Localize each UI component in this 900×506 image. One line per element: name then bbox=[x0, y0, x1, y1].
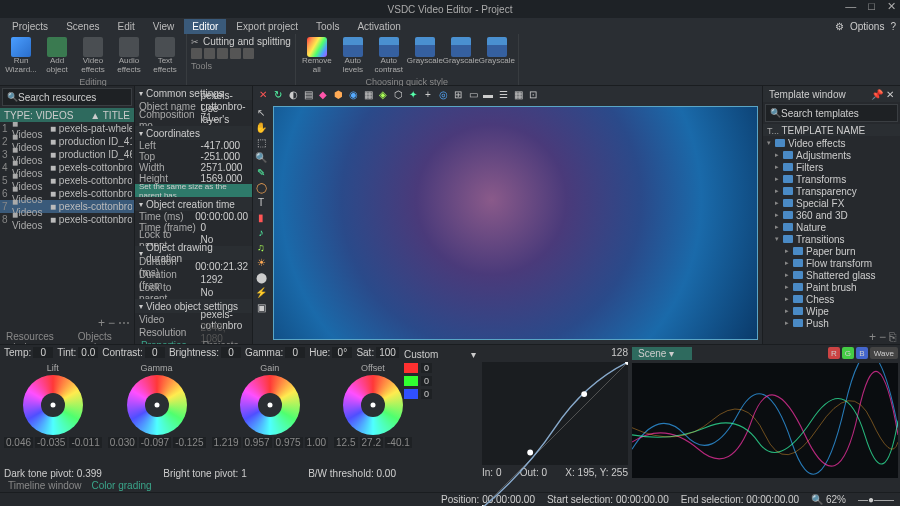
tool-icon[interactable]: ⊡ bbox=[527, 88, 539, 100]
tool-icon[interactable]: ▮ bbox=[255, 211, 267, 223]
tool-icon[interactable]: ◉ bbox=[347, 88, 359, 100]
crop-icon[interactable]: ⬚ bbox=[255, 136, 267, 148]
template-item[interactable]: ▾Video effects bbox=[763, 137, 900, 149]
scope-g-button[interactable]: G bbox=[842, 347, 854, 359]
zoom-level[interactable]: 🔍 62% bbox=[811, 494, 846, 505]
template-item[interactable]: ▸Flow transform bbox=[763, 257, 900, 269]
tool-icon[interactable]: + bbox=[422, 88, 434, 100]
template-item[interactable]: ▸Transforms bbox=[763, 173, 900, 185]
tool-icon[interactable]: ↻ bbox=[272, 88, 284, 100]
auto-contrast-button[interactable]: Auto contrast bbox=[372, 36, 406, 76]
template-item[interactable]: ▸360 and 3D bbox=[763, 209, 900, 221]
options-link[interactable]: Options bbox=[850, 21, 884, 32]
text-effects-button[interactable]: Text effects bbox=[148, 36, 182, 76]
close-icon[interactable]: ✕ bbox=[887, 0, 896, 13]
cursor-icon[interactable]: ↖ bbox=[255, 106, 267, 118]
template-item[interactable]: ▸Push bbox=[763, 317, 900, 329]
tool-icon[interactable]: ♫ bbox=[255, 241, 267, 253]
gear-icon[interactable]: ⚙ bbox=[835, 21, 844, 32]
menu-scenes[interactable]: Scenes bbox=[58, 19, 107, 34]
grayscale-button[interactable]: Grayscale bbox=[408, 36, 442, 76]
props-coords-header[interactable]: ▾Coordinates bbox=[135, 126, 252, 140]
color-wheel-gamma[interactable]: Gamma0.030-0.097-0.125 bbox=[108, 363, 206, 464]
tool-icon[interactable]: ◆ bbox=[317, 88, 329, 100]
tool-icon[interactable]: ☀ bbox=[255, 256, 267, 268]
menu-activation[interactable]: Activation bbox=[349, 19, 408, 34]
curve-editor[interactable] bbox=[482, 362, 628, 465]
template-item[interactable]: ▸Nature bbox=[763, 221, 900, 233]
template-item[interactable]: ▸Filters bbox=[763, 161, 900, 173]
video-effects-button[interactable]: Video effects bbox=[76, 36, 110, 76]
menu-editor[interactable]: Editor bbox=[184, 19, 226, 34]
video-row[interactable]: 8■ Videos■ pexels-cottonbro-718071... bbox=[0, 213, 134, 226]
cutting-splitting-button[interactable]: ✂ Cutting and splitting bbox=[191, 36, 291, 47]
tool-icon[interactable]: T bbox=[255, 196, 267, 208]
tool-icon[interactable] bbox=[191, 48, 202, 59]
tab-objects-explorer[interactable]: Objects explorer bbox=[72, 330, 134, 344]
search-resources-input[interactable]: 🔍 Search resources bbox=[2, 88, 132, 106]
zoom-icon[interactable]: 🔍 bbox=[255, 151, 267, 163]
wave-button[interactable]: Wave bbox=[870, 347, 898, 359]
tab-color-grading[interactable]: Color grading bbox=[88, 480, 156, 492]
tool-icon[interactable] bbox=[243, 48, 254, 59]
color-wheel-lift[interactable]: Lift0.046-0.035-0.011 bbox=[4, 363, 102, 464]
blue-swatch[interactable] bbox=[404, 389, 418, 399]
auto-levels-button[interactable]: Auto levels bbox=[336, 36, 370, 76]
remove-all-button[interactable]: Remove all bbox=[300, 36, 334, 76]
more-icon[interactable]: ⋯ bbox=[118, 316, 130, 330]
zoom-slider[interactable]: —●—— bbox=[858, 494, 894, 505]
menu-export[interactable]: Export project bbox=[228, 19, 306, 34]
tool-icon[interactable]: ◐ bbox=[287, 88, 299, 100]
tool-icon[interactable]: ⬡ bbox=[392, 88, 404, 100]
grayscale-button-2[interactable]: Grayscale bbox=[444, 36, 478, 76]
copy-icon[interactable]: ⎘ bbox=[889, 330, 896, 344]
eyedrop-icon[interactable]: ✎ bbox=[255, 166, 267, 178]
tool-icon[interactable]: ▤ bbox=[302, 88, 314, 100]
menu-edit[interactable]: Edit bbox=[109, 19, 142, 34]
tool-icon[interactable]: ⚡ bbox=[255, 286, 267, 298]
search-templates-input[interactable]: 🔍 Search templates bbox=[765, 104, 898, 122]
tool-icon[interactable]: ▦ bbox=[362, 88, 374, 100]
tool-icon[interactable]: ▬ bbox=[482, 88, 494, 100]
tool-icon[interactable]: ▦ bbox=[512, 88, 524, 100]
pin-icon[interactable]: 📌 ✕ bbox=[871, 89, 894, 100]
help-icon[interactable]: ? bbox=[890, 21, 896, 32]
sat-value[interactable]: 100 bbox=[376, 347, 399, 358]
add-icon[interactable]: + bbox=[98, 316, 105, 330]
tool-icon[interactable]: ▣ bbox=[255, 301, 267, 313]
scene-dropdown[interactable]: Scene ▾ bbox=[632, 347, 692, 360]
add-object-button[interactable]: Add object bbox=[40, 36, 74, 76]
rgb-dropdown[interactable]: Custom bbox=[404, 349, 438, 360]
maximize-icon[interactable]: □ bbox=[868, 0, 875, 13]
tool-icon[interactable] bbox=[230, 48, 241, 59]
remove-icon[interactable]: − bbox=[108, 316, 115, 330]
tool-icon[interactable] bbox=[204, 48, 215, 59]
audio-effects-button[interactable]: Audio effects bbox=[112, 36, 146, 76]
template-item[interactable]: ▸Chess bbox=[763, 293, 900, 305]
grayscale-button-3[interactable]: Grayscale bbox=[480, 36, 514, 76]
temp-value[interactable]: 0 bbox=[33, 347, 53, 358]
menu-tools[interactable]: Tools bbox=[308, 19, 347, 34]
contrast-value[interactable]: 0 bbox=[145, 347, 165, 358]
hand-icon[interactable]: ✋ bbox=[255, 121, 267, 133]
same-size-button[interactable]: Set the same size as the parent has bbox=[135, 184, 252, 197]
hue-value[interactable]: 0° bbox=[332, 347, 352, 358]
menu-view[interactable]: View bbox=[145, 19, 183, 34]
template-item[interactable]: ▸Paper burn bbox=[763, 245, 900, 257]
tool-icon[interactable]: ⬤ bbox=[255, 271, 267, 283]
tool-icon[interactable]: ✦ bbox=[407, 88, 419, 100]
template-item[interactable]: ▸Special FX bbox=[763, 197, 900, 209]
add-template-icon[interactable]: + bbox=[869, 330, 876, 344]
gamma-value[interactable]: 0 bbox=[285, 347, 305, 358]
tab-timeline[interactable]: Timeline window bbox=[4, 480, 86, 492]
props-creation-header[interactable]: ▾Object creation time bbox=[135, 197, 252, 211]
remove-template-icon[interactable]: − bbox=[879, 330, 886, 344]
tool-icon[interactable]: ▭ bbox=[467, 88, 479, 100]
tool-icon[interactable] bbox=[217, 48, 228, 59]
scope-b-button[interactable]: B bbox=[856, 347, 868, 359]
minimize-icon[interactable]: — bbox=[845, 0, 856, 13]
green-swatch[interactable] bbox=[404, 376, 418, 386]
template-item[interactable]: ▸Transparency bbox=[763, 185, 900, 197]
color-wheel-gain[interactable]: Gain1.2190.9570.9751.00 bbox=[212, 363, 329, 464]
tool-icon[interactable]: ◎ bbox=[437, 88, 449, 100]
